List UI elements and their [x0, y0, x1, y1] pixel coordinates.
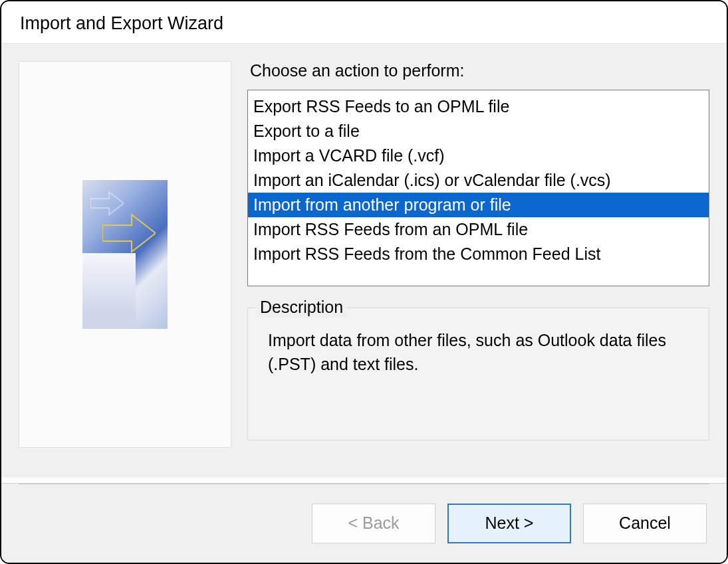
wizard-art-icon: [82, 180, 168, 329]
description-group: Description Import data from other files…: [247, 308, 709, 440]
listbox-item[interactable]: Import RSS Feeds from the Common Feed Li…: [248, 242, 709, 266]
wizard-right-panel: Choose an action to perform: Export RSS …: [247, 61, 709, 478]
wizard-content: Choose an action to perform: Export RSS …: [1, 43, 727, 478]
listbox-item[interactable]: Import from another program or file: [248, 193, 709, 217]
window-title: Import and Export Wizard: [1, 1, 727, 43]
wizard-image-panel: [19, 61, 231, 448]
action-listbox[interactable]: Export RSS Feeds to an OPML fileExport t…: [247, 90, 709, 286]
listbox-item[interactable]: Import RSS Feeds from an OPML file: [248, 217, 709, 242]
action-prompt-label: Choose an action to perform:: [247, 61, 709, 80]
cancel-button[interactable]: Cancel: [583, 504, 707, 543]
listbox-item[interactable]: Export to a file: [248, 119, 709, 143]
next-button[interactable]: Next >: [447, 504, 571, 543]
back-button[interactable]: < Back: [312, 504, 435, 543]
listbox-item[interactable]: Import a VCARD file (.vcf): [248, 143, 709, 168]
listbox-item[interactable]: Export RSS Feeds to an OPML file: [248, 94, 709, 119]
wizard-button-row: < Back Next > Cancel: [1, 483, 727, 563]
description-text: Import data from other files, such as Ou…: [268, 328, 691, 377]
description-legend: Description: [256, 298, 347, 317]
listbox-item[interactable]: Import an iCalendar (.ics) or vCalendar …: [248, 168, 709, 193]
button-row-divider: [19, 484, 709, 484]
